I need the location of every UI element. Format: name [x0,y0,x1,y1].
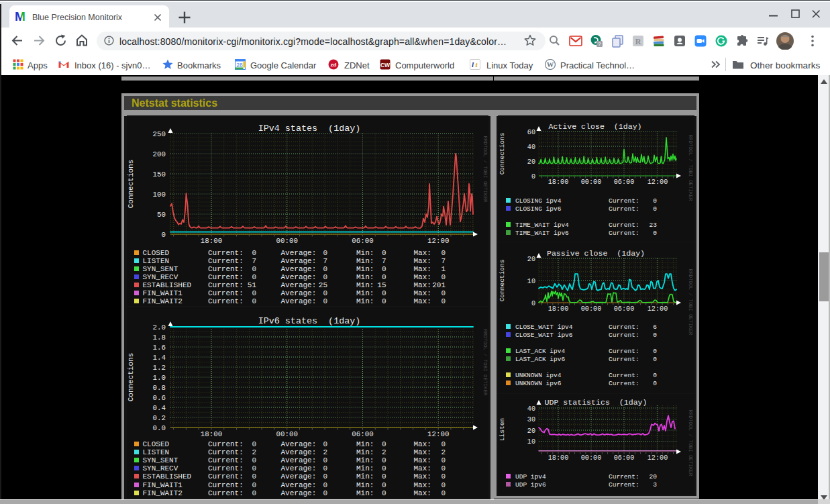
svg-text:0: 0 [323,464,327,472]
svg-text:0: 0 [441,289,446,297]
svg-text:30: 30 [527,416,535,423]
svg-text:Current:: Current: [609,356,639,363]
svg-text:0: 0 [653,348,657,355]
svg-text:0: 0 [323,481,327,489]
svg-text:UNKNOWN ipv4: UNKNOWN ipv4 [515,372,562,379]
svg-text:20: 20 [527,256,535,263]
svg-text:UNKNOWN ipv6: UNKNOWN ipv6 [515,380,562,387]
svg-text:zd: zd [331,62,337,68]
svg-text:0: 0 [323,289,327,297]
svg-text:0: 0 [441,489,446,497]
svg-text:Min:: Min: [356,440,374,448]
svg-text:Min:: Min: [356,257,374,265]
svg-text:12:00: 12:00 [647,305,668,313]
svg-text:Current:: Current: [609,473,639,481]
svg-text:CLOSE_WAIT ipv4: CLOSE_WAIT ipv4 [515,323,573,331]
svg-text:Max:: Max: [414,289,431,297]
svg-text:Max:: Max: [414,281,431,289]
svg-text:Current:: Current: [208,448,244,456]
svg-text:0: 0 [382,289,386,297]
svg-text:Max:: Max: [414,257,431,265]
svg-text:10: 10 [527,438,535,446]
svg-text:0: 0 [382,489,386,497]
svg-text:60: 60 [527,129,535,136]
svg-text:FIN_WAIT1: FIN_WAIT1 [143,289,183,297]
svg-text:Current:: Current: [609,332,639,339]
svg-text:Current:: Current: [208,249,244,257]
svg-text:0.4: 0.4 [153,404,166,412]
svg-text:0: 0 [252,249,256,257]
svg-text:201: 201 [432,281,446,289]
svg-text:0: 0 [252,265,256,273]
svg-text:18:00: 18:00 [201,430,222,438]
svg-text:20: 20 [650,473,658,481]
svg-text:Current:: Current: [609,221,639,229]
svg-text:LAST_ACK ipv6: LAST_ACK ipv6 [515,356,565,363]
svg-text:40: 40 [527,405,535,413]
svg-text:Average:: Average: [281,472,317,481]
svg-text:RRDTOOL / TOBI OETIKER: RRDTOOL / TOBI OETIKER [688,134,693,201]
svg-text:200: 200 [153,150,166,158]
svg-text:ESTABLISHED: ESTABLISHED [143,281,192,289]
svg-text:0: 0 [441,440,446,448]
svg-text:0: 0 [653,230,657,237]
svg-text:LISTEN: LISTEN [143,448,170,456]
svg-text:Average:: Average: [281,265,317,273]
svg-text:FIN_WAIT2: FIN_WAIT2 [143,489,183,497]
svg-text:Min:: Min: [356,448,374,456]
svg-text:Current:: Current: [208,257,244,265]
svg-text:Max:: Max: [414,481,431,489]
svg-text:Current:: Current: [208,472,244,481]
svg-text:0: 0 [382,472,386,481]
svg-text:0: 0 [252,273,256,281]
svg-text:Connections: Connections [499,133,506,175]
svg-text:CLOSED: CLOSED [143,440,170,448]
svg-text:18:00: 18:00 [548,454,569,462]
svg-text:25: 25 [319,281,327,289]
svg-text:LAST_ACK ipv4: LAST_ACK ipv4 [515,348,565,355]
svg-text:Min:: Min: [356,456,374,464]
svg-text:7: 7 [252,257,256,265]
svg-text:40: 40 [527,144,535,151]
svg-text:ESTABLISHED: ESTABLISHED [143,472,192,481]
svg-text:0: 0 [382,440,386,448]
svg-text:Connections: Connections [499,260,506,302]
svg-text:RRDTOOL / TOBI OETIKER: RRDTOOL / TOBI OETIKER [482,329,488,396]
svg-text:100: 100 [153,191,166,199]
svg-text:2: 2 [441,448,446,456]
svg-text:Min:: Min: [356,249,374,257]
svg-text:1.0: 1.0 [153,374,166,382]
svg-text:Current:: Current: [208,489,244,497]
svg-text:Listen: Listen [499,418,506,441]
svg-text:TIME_WAIT ipv6: TIME_WAIT ipv6 [515,230,569,237]
svg-text:1: 1 [441,265,446,273]
svg-text:Min:: Min: [356,472,374,481]
svg-text:0: 0 [252,464,256,472]
svg-text:Min:: Min: [356,273,374,281]
svg-text:Max:: Max: [414,456,431,464]
svg-text:Max:: Max: [414,297,431,305]
svg-text:SYN_RECV: SYN_RECV [143,273,178,281]
svg-text:Current:: Current: [609,230,639,237]
svg-text:150: 150 [153,170,166,179]
svg-text:R: R [635,37,641,46]
svg-text:0: 0 [382,456,386,464]
svg-text:Max:: Max: [414,489,431,497]
svg-text:12:00: 12:00 [427,237,449,245]
svg-text:SYN_SENT: SYN_SENT [143,456,178,464]
svg-text:Connections: Connections [127,160,135,209]
svg-text:0: 0 [531,300,535,307]
svg-text:00:00: 00:00 [581,305,602,313]
svg-text:0: 0 [323,249,327,257]
svg-text:06:00: 06:00 [614,454,635,462]
svg-text:0: 0 [252,289,256,297]
svg-text:0: 0 [252,481,256,489]
svg-text:LISTEN: LISTEN [143,257,170,265]
svg-text:Active close (1day): Active close (1day) [548,122,641,131]
svg-text:12:00: 12:00 [427,430,449,438]
svg-text:UDP ipv6: UDP ipv6 [515,481,546,489]
svg-text:Current:: Current: [609,197,639,205]
svg-text:0: 0 [323,273,327,281]
svg-text:Max:: Max: [414,249,431,257]
svg-text:TIME_WAIT ipv4: TIME_WAIT ipv4 [515,221,569,229]
